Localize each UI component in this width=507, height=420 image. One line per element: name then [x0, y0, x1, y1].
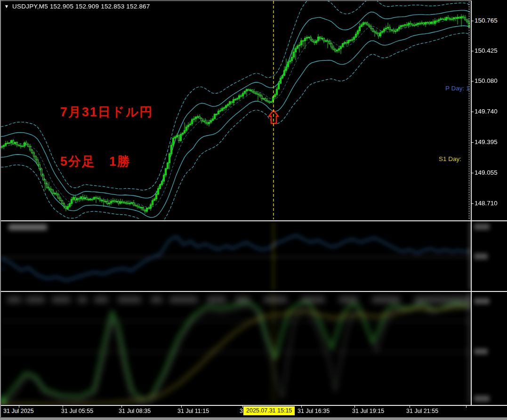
price-axis-label: 149.055 [475, 169, 498, 176]
blurred-axis-labels [474, 224, 490, 402]
time-axis-tick [19, 405, 19, 408]
time-axis-tick [242, 405, 243, 408]
trade-note-text-object[interactable]: 7月31日ドル円 5分足 1勝 [60, 71, 153, 203]
s1-day-label: S1 Day: [439, 155, 461, 162]
right-edge-dashed-line [469, 1, 469, 219]
time-axis-separator [0, 405, 507, 406]
time-axis-label: 31 Jul 11:15 [177, 408, 209, 414]
price-axis-label: 150.765 [475, 17, 498, 24]
price-axis-label: 150.425 [475, 47, 498, 54]
window-frame-left [0, 0, 1, 420]
time-axis-tick [121, 405, 122, 408]
chart-dropdown-icon[interactable]: ▼ [4, 4, 9, 9]
time-axis-label: 31 Jul 19:15 [352, 408, 384, 414]
window-frame-bottom [0, 417, 507, 420]
price-axis-tick [471, 203, 474, 204]
indicator-panel-1-blurred[interactable] [1, 221, 471, 291]
indicator-panel-2-blurred[interactable] [0, 292, 471, 406]
trade-note-line1: 7月31日ドル円 [60, 104, 153, 121]
price-axis-tick [471, 112, 474, 112]
price-axis-label: 150.080 [475, 77, 498, 84]
time-axis-tick [466, 405, 467, 408]
subwindow-separator-1[interactable] [0, 220, 507, 221]
price-scale-separator [471, 1, 472, 405]
trade-note-line2: 5分足 1勝 [60, 153, 153, 170]
chart-title-bar: ▼USDJPY,M5 152.905 152.909 152.853 152.8… [4, 3, 150, 10]
pivot-day-label: P Day: 1 [445, 85, 471, 92]
time-axis-tick [63, 405, 63, 408]
price-axis-tick [471, 51, 474, 51]
symbol-ohlc-text: USDJPY,M5 152.905 152.909 152.853 152.86… [12, 3, 150, 10]
highlighted-timestamp: 2025.07.31 15:15 [243, 406, 295, 415]
time-axis-label: 31 Jul 2025 [3, 408, 34, 414]
time-axis-tick [410, 405, 410, 408]
price-axis-label: 149.740 [475, 108, 498, 115]
price-axis-label: 149.395 [475, 138, 498, 145]
chart-canvas[interactable] [0, 0, 507, 420]
mt4-chart-window: ▼USDJPY,M5 152.905 152.909 152.853 152.8… [0, 0, 507, 420]
time-axis-label: 31 Jul 05:55 [61, 408, 93, 414]
time-axis-tick [354, 405, 355, 408]
time-axis-tick [181, 405, 182, 408]
price-axis-label: 148.710 [475, 200, 498, 207]
time-axis-label: 31 Jul 21:55 [406, 408, 438, 414]
price-axis-tick [471, 21, 474, 21]
price-axis-tick [471, 81, 474, 81]
subwindow-separator-2[interactable] [0, 291, 507, 292]
price-axis-tick [471, 173, 474, 173]
time-axis-label-clipped: 31 Jul 13:55 [240, 408, 243, 414]
time-axis-tick [301, 405, 302, 408]
time-axis-label: 31 Jul 16:35 [298, 408, 330, 414]
price-axis-tick [471, 142, 474, 143]
time-axis-label: 31 Jul 08:35 [119, 408, 151, 414]
